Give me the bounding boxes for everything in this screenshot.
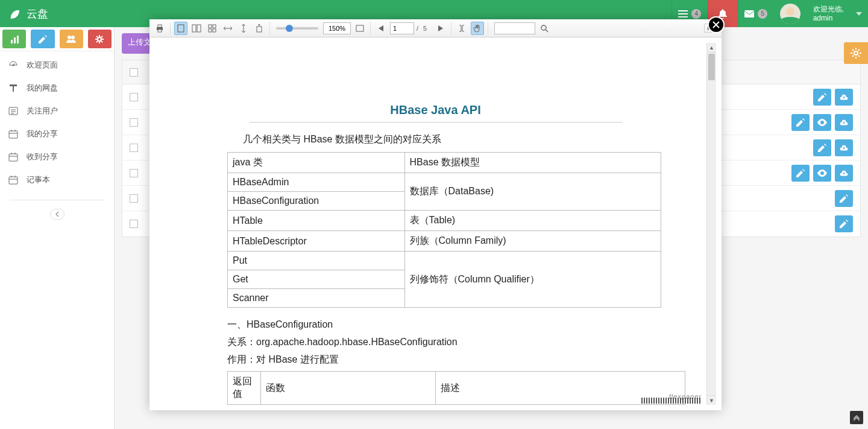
doc-intro: 几个相关类与 HBase 数据模型之间的对应关系	[243, 133, 644, 146]
doc-sec2: 关系：org.apache.hadoop.hbase.HBaseConfigur…	[227, 336, 644, 349]
page-sep: /	[417, 25, 418, 32]
next-page-button[interactable]	[434, 22, 447, 35]
zoom-field[interactable]	[323, 22, 351, 34]
scroll-down-icon[interactable]: ▼	[707, 395, 716, 405]
thumbs-button[interactable]	[206, 22, 219, 35]
page-icon	[177, 24, 184, 33]
zoom-slider[interactable]	[276, 27, 318, 30]
print-button[interactable]	[153, 22, 166, 35]
close-button[interactable]	[708, 16, 725, 33]
svg-rect-20	[257, 27, 262, 32]
svg-rect-11	[158, 25, 162, 27]
doc-sec3: 作用：对 HBase 进行配置	[227, 354, 644, 366]
triangle-left-icon	[379, 25, 383, 31]
rotate-button[interactable]	[253, 22, 266, 35]
svg-rect-14	[192, 25, 196, 32]
hand-tool-button[interactable]	[471, 22, 484, 35]
doc-hr	[249, 122, 623, 122]
page-field[interactable]	[390, 22, 414, 34]
svg-rect-17	[213, 25, 216, 28]
single-page-button[interactable]	[174, 22, 187, 35]
doc-title: HBase Java API	[227, 103, 644, 117]
viewer-body: HBase Java API 几个相关类与 HBase 数据模型之间的对应关系 …	[149, 37, 722, 410]
document-viewer: / 5 FP HBase Java API 几个相关类与 HBase 数据模型之…	[149, 19, 722, 410]
svg-rect-18	[209, 29, 212, 32]
fit-height-button[interactable]	[237, 22, 250, 35]
close-icon	[712, 21, 720, 28]
svg-rect-19	[213, 29, 216, 32]
print-icon	[156, 24, 164, 33]
scroll-thumb[interactable]	[708, 54, 715, 80]
page-total: 5	[423, 25, 427, 32]
svg-rect-13	[178, 25, 184, 32]
document-page: HBase Java API 几个相关类与 HBase 数据模型之间的对应关系 …	[155, 43, 716, 410]
search-button[interactable]	[538, 22, 551, 35]
fit-height-icon	[240, 24, 247, 33]
fit-width-icon	[224, 25, 232, 32]
svg-rect-16	[209, 25, 212, 28]
hand-icon	[473, 24, 482, 33]
doc-sec1: 一、HBaseConfiguration	[227, 319, 644, 331]
viewer-scrollbar[interactable]: ▲ ▼	[706, 43, 716, 405]
fullscreen-button[interactable]	[353, 22, 366, 35]
doc-table-1: java 类HBase 数据模型 HBaseAdmin数据库（DataBase)…	[227, 152, 661, 308]
zoom-handle[interactable]	[286, 25, 293, 32]
search-field[interactable]	[494, 22, 535, 34]
barcode-mark	[641, 398, 702, 404]
search-icon	[540, 24, 549, 33]
doc-table-2: 返回值 函数 描述	[227, 371, 685, 405]
fullscreen-icon	[356, 25, 364, 32]
scroll-up-icon[interactable]: ▲	[707, 43, 716, 52]
svg-rect-12	[158, 30, 162, 32]
rotate-icon	[255, 24, 263, 33]
cursor-text-icon	[458, 24, 466, 33]
svg-point-22	[541, 25, 546, 30]
grid-icon	[208, 24, 216, 33]
fit-width-button[interactable]	[221, 22, 234, 35]
prev-page-button[interactable]	[374, 22, 388, 35]
svg-rect-21	[356, 25, 363, 31]
svg-rect-15	[197, 25, 201, 32]
modal-backdrop: / 5 FP HBase Java API 几个相关类与 HBase 数据模型之…	[0, 0, 868, 429]
select-tool-button[interactable]	[455, 22, 468, 35]
book-icon	[192, 24, 201, 33]
viewer-toolbar: / 5 FP	[149, 19, 722, 37]
two-page-button[interactable]	[190, 22, 203, 35]
triangle-right-icon	[438, 25, 443, 31]
